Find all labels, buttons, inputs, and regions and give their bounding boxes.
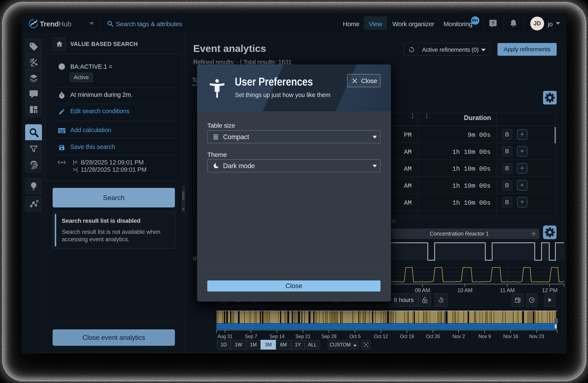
svg-text:Nov 9: Nov 9 (479, 334, 491, 339)
svg-text:Sep 7: Sep 7 (245, 334, 257, 339)
svg-text:Oct 12: Oct 12 (374, 334, 388, 339)
svg-text:Oct 5: Oct 5 (349, 334, 361, 339)
svg-text:Oct 26: Oct 26 (426, 334, 440, 339)
svg-text:Oct 19: Oct 19 (400, 334, 414, 339)
svg-text:Sep 14: Sep 14 (270, 334, 285, 339)
svg-text:10 AM: 10 AM (457, 287, 472, 293)
svg-text:11 AM: 11 AM (500, 287, 514, 293)
svg-text:Sep 21: Sep 21 (295, 334, 311, 339)
svg-text:?: ? (491, 20, 494, 26)
svg-text:Aug 31: Aug 31 (217, 334, 233, 339)
svg-text:Sep 28: Sep 28 (321, 334, 336, 339)
svg-text:09 AM: 09 AM (415, 287, 430, 293)
svg-text:Nov 16: Nov 16 (503, 334, 518, 339)
svg-text:12 PM: 12 PM (542, 287, 558, 293)
svg-text:Nov 23: Nov 23 (529, 334, 544, 339)
svg-text:Nov 2: Nov 2 (453, 334, 465, 339)
